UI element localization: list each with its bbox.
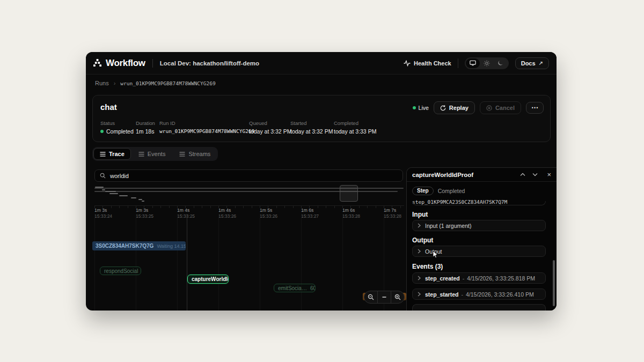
replay-button[interactable]: Replay bbox=[434, 101, 475, 114]
trace-span-emitsocia[interactable]: emitSocia…603ms bbox=[274, 284, 316, 292]
view-tabs: TraceEventsStreams bbox=[92, 147, 218, 161]
grid-line bbox=[94, 214, 95, 311]
grid-line bbox=[342, 214, 343, 311]
list-icon bbox=[179, 152, 185, 157]
docs-button[interactable]: Docs ↗ bbox=[515, 57, 549, 69]
live-label: Live bbox=[419, 105, 429, 111]
tick-duration: 1m 4s bbox=[218, 208, 236, 213]
minimap-viewport[interactable] bbox=[340, 185, 358, 202]
app-logo[interactable]: Workflow bbox=[93, 58, 145, 69]
collapsed-box-fragment[interactable] bbox=[412, 201, 546, 205]
chevron-right-icon bbox=[418, 249, 421, 254]
zoom-out-icon bbox=[368, 294, 374, 300]
workflow-logo-icon bbox=[93, 59, 101, 67]
cancel-label: Cancel bbox=[495, 105, 515, 111]
event-row-fragment[interactable] bbox=[412, 304, 546, 311]
zoom-reset-button[interactable] bbox=[378, 291, 391, 304]
tab-trace[interactable]: Trace bbox=[93, 148, 131, 160]
zoom-out-button[interactable] bbox=[364, 291, 377, 304]
arrow-up-right-icon: ↗ bbox=[539, 60, 543, 66]
list-icon bbox=[138, 152, 144, 157]
tab-label: Streams bbox=[188, 151, 210, 157]
event-expander-step_created[interactable]: step_created - 4/15/2026, 3:33:25.818 PM bbox=[412, 272, 546, 284]
breadcrumb-runs-link[interactable]: Runs bbox=[95, 80, 109, 86]
input-row-label: Input (1 argument) bbox=[425, 223, 471, 229]
minimap-span-bar bbox=[119, 195, 128, 196]
panel-title: captureWorldIdProof bbox=[412, 172, 473, 178]
theme-system-button[interactable] bbox=[466, 58, 480, 68]
trace-span-respondsocial[interactable]: respondSocial bbox=[100, 267, 141, 275]
chevron-down-icon[interactable] bbox=[532, 173, 538, 176]
meta-label: Completed bbox=[334, 120, 376, 126]
event-timestamp: 4/15/2026, 3:33:26.410 PM bbox=[466, 291, 534, 298]
meta-label: Queued bbox=[249, 120, 291, 126]
event-timestamp: 4/15/2026, 3:33:25.818 PM bbox=[467, 275, 535, 282]
meta-label: Started bbox=[290, 120, 333, 126]
zoom-in-button[interactable] bbox=[391, 291, 404, 304]
run-title: chat bbox=[100, 102, 117, 112]
output-expander[interactable]: Output bbox=[412, 246, 546, 257]
trace-minimap[interactable] bbox=[94, 185, 404, 205]
meta-value: today at 3:33 PM bbox=[334, 128, 376, 135]
monitor-icon bbox=[470, 60, 476, 66]
minimap-span-bar bbox=[109, 193, 118, 194]
replay-label: Replay bbox=[449, 105, 469, 111]
panel-header: captureWorldIdProof × bbox=[407, 168, 557, 182]
trace-span-sczahskqg[interactable]: 3S0CZ834AH7SK7Q7G Waiting 14.15s Running… bbox=[92, 241, 186, 250]
status-dot-icon bbox=[100, 130, 104, 133]
meta-value: wrun_01KP9MC9PGB874M78WWNCYG269 bbox=[159, 128, 254, 134]
tab-label: Events bbox=[148, 151, 166, 157]
app-header: Workflow Local Dev: hackathon/liftoff-de… bbox=[86, 52, 557, 75]
step-status-label: Completed bbox=[438, 188, 465, 194]
selected-span-start-line bbox=[187, 214, 187, 311]
meta-value: 1m 18s bbox=[136, 128, 155, 135]
refresh-icon bbox=[440, 105, 446, 111]
event-expander-step_started[interactable]: step_started - 4/15/2026, 3:33:26.410 PM bbox=[412, 289, 546, 300]
live-indicator: Live bbox=[413, 105, 429, 111]
theme-toggle bbox=[465, 57, 509, 69]
tick-duration: 1m 3s bbox=[136, 208, 153, 213]
search-icon bbox=[100, 173, 106, 179]
tab-events[interactable]: Events bbox=[132, 148, 172, 160]
output-row-label: Output bbox=[425, 248, 442, 255]
trace-span-captureworldidp[interactable]: captureWorldIdP… bbox=[187, 275, 229, 284]
live-dot-icon bbox=[413, 106, 416, 109]
events-heading: Events (3) bbox=[412, 263, 443, 270]
breadcrumb: Runs › wrun_01KP9MC9PGB874M78WWNCYG269 bbox=[95, 80, 216, 86]
more-actions-button[interactable]: ⋯ bbox=[526, 102, 544, 114]
chevron-right-icon bbox=[418, 276, 421, 280]
run-meta-item: Duration1m 18s bbox=[136, 120, 155, 135]
tick-duration: 1m 6s bbox=[342, 208, 360, 213]
span-label: captureWorldIdP… bbox=[192, 276, 229, 282]
cancel-circle-icon bbox=[486, 105, 492, 111]
header-separator bbox=[458, 58, 458, 68]
step-type-badge: Step bbox=[412, 187, 434, 195]
input-heading: Input bbox=[412, 211, 428, 218]
grid-line bbox=[301, 214, 302, 311]
span-label: 3S0CZ834AH7SK7Q7G bbox=[96, 243, 153, 249]
cancel-button[interactable]: Cancel bbox=[480, 101, 521, 114]
step-details-panel: captureWorldIdProof × Step Completed ste… bbox=[406, 167, 557, 311]
panel-scrollbar[interactable] bbox=[553, 260, 555, 306]
chevron-up-icon[interactable] bbox=[520, 173, 525, 176]
run-summary-card: chat Live Replay Cancel ⋯ Statu bbox=[92, 95, 551, 142]
close-icon[interactable]: × bbox=[547, 171, 551, 178]
input-expander[interactable]: Input (1 argument) bbox=[412, 220, 546, 231]
span-waiting-label: Waiting 14.15s bbox=[157, 243, 186, 249]
meta-value: today at 3:32 PM bbox=[249, 128, 291, 135]
theme-dark-button[interactable] bbox=[494, 58, 508, 68]
tab-streams[interactable]: Streams bbox=[173, 148, 217, 160]
run-meta-item: Completedtoday at 3:33 PM bbox=[334, 120, 376, 135]
docs-label: Docs bbox=[521, 60, 536, 67]
span-label: respondSocial bbox=[104, 268, 138, 274]
trace-rows: 3S0CZ834AH7SK7Q7G Waiting 14.15s Running… bbox=[86, 214, 406, 311]
trace-search-input[interactable]: worldid bbox=[94, 169, 403, 182]
minimap-span-bar bbox=[102, 189, 105, 190]
grid-line bbox=[177, 214, 178, 311]
theme-light-button[interactable] bbox=[480, 58, 494, 68]
health-check-button[interactable]: Health Check bbox=[404, 60, 451, 67]
minimap-span-bar bbox=[138, 199, 142, 200]
pulse-icon bbox=[404, 60, 411, 67]
tick-duration: 1m 6s bbox=[301, 208, 319, 213]
tick-duration: 1m 5s bbox=[260, 208, 277, 213]
